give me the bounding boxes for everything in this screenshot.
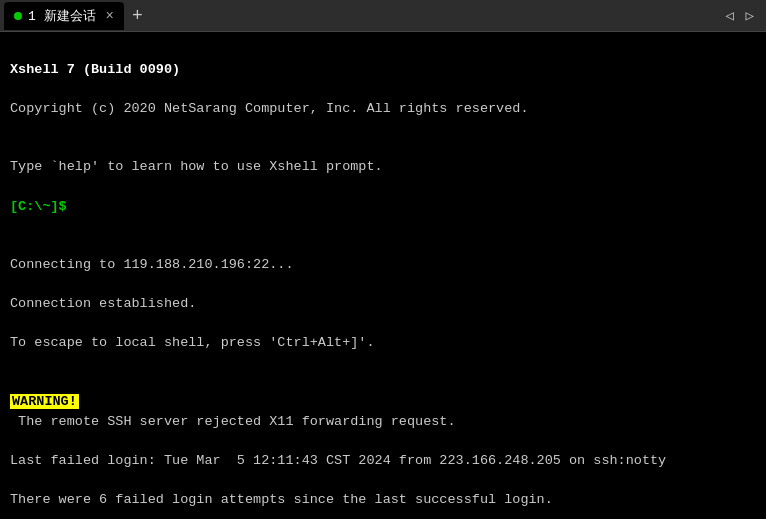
warning-label: WARNING! bbox=[10, 394, 79, 409]
connecting-line: Connecting to 119.188.210.196:22... bbox=[10, 255, 756, 275]
tab-prev-button[interactable]: ◁ bbox=[721, 5, 737, 26]
terminal-output: Xshell 7 (Build 0090) Copyright (c) 2020… bbox=[0, 32, 766, 519]
tab-status-dot bbox=[14, 12, 22, 20]
tab-label: 1 新建会话 bbox=[28, 7, 96, 25]
escape-line: To escape to local shell, press 'Ctrl+Al… bbox=[10, 333, 756, 353]
prompt-local: [C:\~]$ bbox=[10, 197, 756, 217]
tab-close-button[interactable]: × bbox=[106, 8, 114, 24]
xshell-version: Xshell 7 (Build 0090) bbox=[10, 60, 756, 80]
tab-session[interactable]: 1 新建会话 × bbox=[4, 2, 124, 30]
new-tab-button[interactable]: + bbox=[124, 7, 151, 25]
tab-next-button[interactable]: ▷ bbox=[742, 5, 758, 26]
help-line: Type `help' to learn how to use Xshell p… bbox=[10, 157, 756, 177]
failed-login-line: Last failed login: Tue Mar 5 12:11:43 CS… bbox=[10, 451, 756, 471]
tab-bar: 1 新建会话 × + ◁ ▷ bbox=[0, 0, 766, 32]
login-attempts-line: There were 6 failed login attempts since… bbox=[10, 490, 756, 510]
copyright-line: Copyright (c) 2020 NetSarang Computer, I… bbox=[10, 99, 756, 119]
connection-established: Connection established. bbox=[10, 294, 756, 314]
warning-text: The remote SSH server rejected X11 forwa… bbox=[10, 412, 756, 432]
tab-navigation: ◁ ▷ bbox=[721, 5, 762, 26]
